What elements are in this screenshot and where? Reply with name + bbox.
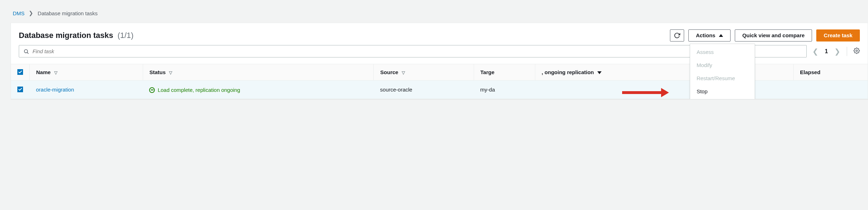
search-box[interactable]: [19, 45, 807, 57]
column-header-source-label: Source: [380, 69, 398, 75]
settings-button[interactable]: [853, 48, 860, 55]
quick-view-button[interactable]: Quick view and compare: [735, 29, 812, 42]
select-all-checkbox[interactable]: [17, 69, 23, 75]
column-header-target[interactable]: Targe: [474, 64, 535, 81]
row-checkbox[interactable]: [17, 87, 23, 92]
cell-target: my-da: [474, 81, 535, 99]
sort-icon: ▽: [169, 70, 172, 75]
create-task-button[interactable]: Create task: [816, 29, 860, 42]
breadcrumb-root[interactable]: DMS: [13, 10, 24, 16]
status-text: Load complete, replication ongoing: [158, 87, 240, 93]
actions-menu-delete[interactable]: Delete: [690, 98, 755, 99]
caret-down-icon: [597, 71, 602, 74]
pager: ❮ 1 ❯: [812, 47, 860, 56]
column-header-elapsed[interactable]: Elapsed: [794, 64, 868, 81]
column-header-name-label: Name: [36, 69, 51, 75]
actions-menu-restart-resume[interactable]: Restart/Resume: [690, 72, 755, 85]
pager-page: 1: [825, 48, 828, 55]
cell-elapsed: [794, 81, 868, 99]
cell-source: source-oracle: [374, 81, 474, 99]
svg-line-1: [27, 52, 28, 54]
page-title: Database migration tasks (1/1): [19, 31, 134, 40]
quick-view-button-label: Quick view and compare: [742, 32, 805, 39]
search-icon: [23, 49, 29, 54]
actions-button-label: Actions: [696, 32, 715, 39]
create-task-button-label: Create task: [824, 32, 852, 39]
chevron-right-icon: ❯: [29, 10, 33, 16]
column-header-name[interactable]: Name▽: [30, 64, 143, 81]
breadcrumb-current: Database migration tasks: [38, 10, 97, 16]
search-input[interactable]: [33, 48, 802, 54]
actions-menu-assess[interactable]: Assess: [690, 45, 755, 59]
task-name-link[interactable]: oracle-migration: [36, 87, 74, 93]
column-header-target-label: Targe: [480, 69, 495, 75]
actions-dropdown: Assess Modify Restart/Resume Stop Delete: [690, 44, 755, 99]
svg-point-2: [856, 50, 858, 51]
sort-icon: ▽: [54, 70, 57, 75]
actions-button[interactable]: Actions: [688, 29, 731, 42]
pager-next[interactable]: ❯: [834, 47, 840, 56]
refresh-button[interactable]: [670, 29, 684, 42]
page-title-text: Database migration tasks: [19, 31, 113, 40]
page-title-count: (1/1): [118, 31, 134, 40]
column-header-type[interactable]: , ongoing replication: [535, 64, 698, 81]
status-ok-icon: •••: [149, 87, 155, 93]
actions-menu-stop[interactable]: Stop: [690, 85, 755, 98]
cell-type: [535, 81, 698, 99]
tasks-panel: Database migration tasks (1/1) Actions Q…: [11, 23, 868, 99]
column-header-elapsed-label: Elapsed: [800, 69, 821, 75]
column-header-select[interactable]: [11, 64, 30, 81]
divider: [847, 47, 847, 56]
column-header-status[interactable]: Status▽: [143, 64, 374, 81]
sort-icon: ▽: [402, 70, 405, 75]
pager-prev[interactable]: ❮: [812, 47, 818, 56]
status-badge: ••• Load complete, replication ongoing: [149, 87, 240, 93]
caret-up-icon: [719, 34, 723, 37]
column-header-source[interactable]: Source▽: [374, 64, 474, 81]
refresh-icon: [674, 32, 680, 39]
gear-icon: [853, 48, 860, 54]
column-header-status-label: Status: [150, 69, 166, 75]
breadcrumb: DMS ❯ Database migration tasks: [13, 10, 868, 16]
column-header-type-label: , ongoing replication: [542, 69, 594, 75]
actions-menu-modify[interactable]: Modify: [690, 59, 755, 72]
